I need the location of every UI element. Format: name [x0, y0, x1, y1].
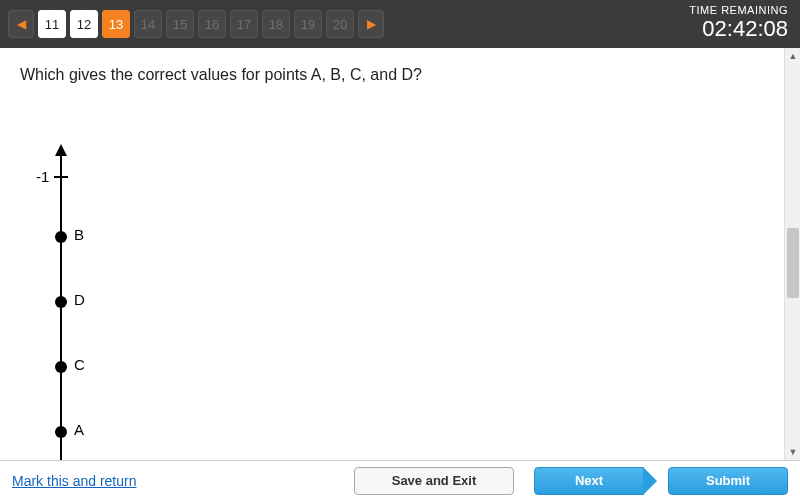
- save-exit-button[interactable]: Save and Exit: [354, 467, 514, 495]
- prev-question-button[interactable]: ◀: [8, 10, 34, 38]
- chevron-right-icon: ▶: [367, 17, 376, 31]
- question-tab-15[interactable]: 15: [166, 10, 194, 38]
- question-text: Which gives the correct values for point…: [20, 66, 764, 84]
- scroll-thumb[interactable]: [787, 228, 799, 298]
- submit-button[interactable]: Submit: [668, 467, 788, 495]
- scroll-down-icon[interactable]: ▼: [785, 444, 800, 460]
- question-tab-11[interactable]: 11: [38, 10, 66, 38]
- question-tab-13[interactable]: 13: [102, 10, 130, 38]
- question-content: Which gives the correct values for point…: [0, 48, 784, 460]
- number-line: -1 B D C A -2: [60, 146, 140, 460]
- point-label-a: A: [74, 421, 84, 438]
- question-tab-20[interactable]: 20: [326, 10, 354, 38]
- tick-label-top: -1: [36, 168, 49, 185]
- chevron-left-icon: ◀: [17, 17, 26, 31]
- next-button[interactable]: Next: [534, 467, 644, 495]
- question-nav: ◀ 11121314151617181920 ▶: [8, 10, 384, 38]
- point-label-d: D: [74, 291, 85, 308]
- timer: TIME REMAINING 02:42:08: [689, 4, 788, 42]
- question-tab-14[interactable]: 14: [134, 10, 162, 38]
- point-label-b: B: [74, 226, 84, 243]
- scroll-up-icon[interactable]: ▲: [785, 48, 800, 64]
- top-nav-bar: ◀ 11121314151617181920 ▶ TIME REMAINING …: [0, 0, 800, 48]
- question-tab-19[interactable]: 19: [294, 10, 322, 38]
- question-tab-18[interactable]: 18: [262, 10, 290, 38]
- point-d: [55, 296, 67, 308]
- timer-label: TIME REMAINING: [689, 4, 788, 16]
- point-a: [55, 426, 67, 438]
- mark-return-link[interactable]: Mark this and return: [12, 473, 137, 489]
- bottom-bar: Mark this and return Save and Exit Next …: [0, 460, 800, 500]
- next-question-button[interactable]: ▶: [358, 10, 384, 38]
- question-tab-16[interactable]: 16: [198, 10, 226, 38]
- point-label-c: C: [74, 356, 85, 373]
- point-c: [55, 361, 67, 373]
- question-tab-17[interactable]: 17: [230, 10, 258, 38]
- question-tab-12[interactable]: 12: [70, 10, 98, 38]
- timer-value: 02:42:08: [689, 16, 788, 42]
- tick-top: [54, 176, 68, 178]
- scrollbar[interactable]: ▲ ▼: [784, 48, 800, 460]
- point-b: [55, 231, 67, 243]
